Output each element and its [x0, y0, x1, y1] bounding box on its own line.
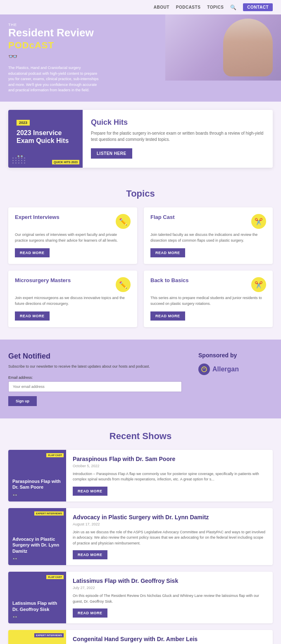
- show-title: Advocacy in Plastic Surgery with Dr. Lyn…: [73, 514, 267, 520]
- recent-shows-title: Recent Shows: [8, 431, 273, 442]
- nav-podcasts[interactable]: PODCASTS: [176, 5, 201, 10]
- nav-contact[interactable]: CONTACT: [243, 3, 273, 11]
- svg-point-0: [202, 367, 207, 372]
- sponsored-title: Sponsored by: [198, 352, 273, 359]
- topic-card-desc: Our original series of interviews with e…: [15, 232, 131, 243]
- show-thumbnail: EXPERT INTERVIEWS Advocacy in Plastic Su…: [8, 508, 66, 566]
- quick-hits-title: 2023 Inservice Exam Quick Hits: [17, 129, 74, 145]
- show-glasses-icon: 👓: [12, 556, 62, 561]
- show-item: FLAP CAST Paraspinous Flap with Dr. Sam …: [8, 450, 273, 501]
- navigation: ABOUT PODCASTS TOPICS 🔍 CONTACT: [0, 0, 281, 14]
- show-thumb-title: Advocacy in Plastic Surgery with Dr. Lyn…: [12, 536, 62, 554]
- get-notified-title: Get Notified: [8, 352, 182, 361]
- read-more-button-3[interactable]: READ MORE: [150, 311, 185, 321]
- topics-grid: Expert Interviews ✏️ Our original series…: [8, 207, 273, 327]
- nav-about[interactable]: ABOUT: [154, 5, 169, 10]
- show-date: October 5, 2022: [73, 464, 267, 468]
- quick-hits-left: 2023 2023 Inservice Exam Quick Hits 👓 QU…: [8, 110, 83, 168]
- email-input[interactable]: [8, 381, 182, 392]
- hero-section: THE Resident Review PODcAST 👓 The Plasti…: [0, 14, 281, 102]
- topic-card-title: Back to Basics: [150, 277, 189, 283]
- read-more-button-1[interactable]: READ MORE: [150, 248, 185, 257]
- sponsored-by-section: Sponsored by Allergan: [198, 352, 273, 406]
- listen-here-button[interactable]: LISTEN HERE: [91, 148, 132, 159]
- show-desc: Introduction – Paraspinous Flap A flap w…: [73, 471, 267, 482]
- email-label: Email address:: [8, 375, 182, 380]
- show-date: August 17, 2022: [73, 522, 267, 526]
- allergan-logo: Allergan: [198, 364, 273, 375]
- quick-hits-desc: Prepare for the plastic surgery in-servi…: [91, 130, 264, 143]
- show-glasses-icon: 👓: [12, 615, 62, 619]
- show-item: EXPERT INTERVIEWS Advocacy in Plastic Su…: [8, 508, 273, 566]
- quick-hits-right: Quick Hits Prepare for the plastic surge…: [83, 110, 273, 168]
- show-title: Congenital Hand Surgery with Dr. Amber L…: [73, 636, 267, 642]
- topic-card-header: Microsurgery Masters ✏️: [15, 277, 131, 292]
- allergan-text: Allergan: [212, 366, 239, 373]
- show-glasses-icon: 👓: [12, 493, 62, 497]
- show-read-more-button[interactable]: READ MORE: [73, 487, 107, 496]
- show-date: July 27, 2022: [73, 586, 267, 590]
- show-thumb-bg: FLAP CAST Latissimus Flap with Dr. Geoff…: [8, 572, 66, 623]
- show-desc: On this episode of The Resident Review D…: [73, 593, 267, 604]
- topic-card-desc: This series aims to prepare medical stud…: [150, 295, 266, 307]
- show-content: Latissimus Flap with Dr. Geoffroy Sisk J…: [71, 572, 273, 623]
- show-thumb-bg: EXPERT INTERVIEWS Congenital Hand Surger…: [8, 630, 66, 644]
- topic-card-title: Microsurgery Masters: [15, 277, 71, 283]
- quick-hits-right-title: Quick Hits: [91, 118, 264, 127]
- show-title: Paraspinous Flap with Dr. Sam Poore: [73, 456, 267, 462]
- topic-icon: ✏️: [116, 277, 131, 292]
- show-title: Latissimus Flap with Dr. Geoffroy Sisk: [73, 577, 267, 584]
- get-notified-section: Get Notified Subscribe to our newsletter…: [0, 340, 281, 418]
- topic-card-1: Flap Cast ✂️ Join talented faculty as we…: [144, 207, 273, 264]
- topic-card-0: Expert Interviews ✏️ Our original series…: [8, 207, 137, 264]
- topics-title: Topics: [8, 188, 273, 199]
- show-thumbnail: FLAP CAST Latissimus Flap with Dr. Geoff…: [8, 572, 66, 623]
- show-read-more-button[interactable]: READ MORE: [73, 608, 107, 618]
- show-thumb-bg: EXPERT INTERVIEWS Advocacy in Plastic Su…: [8, 508, 66, 566]
- get-notified-desc: Subscribe to our newsletter to receive t…: [8, 364, 182, 370]
- nav-topics[interactable]: TOPICS: [207, 5, 224, 10]
- topic-card-header: Back to Basics ✂️: [150, 277, 266, 292]
- show-thumb-badge: FLAP CAST: [46, 453, 64, 457]
- topic-icon: ✏️: [116, 214, 131, 229]
- topic-card-header: Flap Cast ✂️: [150, 214, 266, 229]
- allergan-icon: [198, 364, 210, 375]
- read-more-button-0[interactable]: READ MORE: [15, 248, 50, 257]
- show-item: FLAP CAST Latissimus Flap with Dr. Geoff…: [8, 572, 273, 623]
- topic-card-header: Expert Interviews ✏️: [15, 214, 131, 229]
- topic-icon: ✂️: [251, 214, 266, 229]
- topic-card-desc: Join talented faculty as we discuss the …: [150, 232, 266, 243]
- quick-hits-badge: QUICK HITS 2023: [52, 160, 79, 164]
- shows-list: FLAP CAST Paraspinous Flap with Dr. Sam …: [8, 450, 273, 644]
- hero-description: The Plastics, Hand and Craniofacial surg…: [8, 65, 99, 93]
- topic-icon: ✂️: [251, 277, 266, 292]
- show-thumbnail: EXPERT INTERVIEWS Congenital Hand Surger…: [8, 630, 66, 644]
- topics-section: Topics Expert Interviews ✏️ Our original…: [0, 176, 281, 340]
- show-item: EXPERT INTERVIEWS Congenital Hand Surger…: [8, 630, 273, 644]
- topic-card-2: Microsurgery Masters ✏️ Join expert micr…: [8, 271, 137, 327]
- show-content: Advocacy in Plastic Surgery with Dr. Lyn…: [71, 508, 273, 566]
- show-thumb-badge: EXPERT INTERVIEWS: [34, 633, 64, 637]
- hero-glasses-icon: 👓: [8, 52, 273, 61]
- get-notified-left: Get Notified Subscribe to our newsletter…: [8, 352, 182, 406]
- show-thumb-badge: FLAP CAST: [46, 575, 64, 579]
- show-thumb-bg: FLAP CAST Paraspinous Flap with Dr. Sam …: [8, 450, 66, 501]
- show-content: Congenital Hand Surgery with Dr. Amber L…: [71, 630, 273, 644]
- show-content: Paraspinous Flap with Dr. Sam Poore Octo…: [71, 450, 273, 501]
- topic-card-title: Expert Interviews: [15, 214, 60, 220]
- hero-title: Resident Review PODcAST: [8, 27, 273, 50]
- quick-hits-year: 2023: [17, 120, 30, 126]
- topic-card-desc: Join expert microsurgeons as we discuss …: [15, 295, 131, 307]
- show-thumb-title: Paraspinous Flap with Dr. Sam Poore: [12, 478, 62, 490]
- show-read-more-button[interactable]: READ MORE: [73, 550, 107, 559]
- recent-shows-section: Recent Shows FLAP CAST Paraspinous Flap …: [0, 418, 281, 644]
- quick-hits-section: 2023 2023 Inservice Exam Quick Hits 👓 QU…: [8, 110, 273, 168]
- show-thumbnail: FLAP CAST Paraspinous Flap with Dr. Sam …: [8, 450, 66, 501]
- topic-card-3: Back to Basics ✂️ This series aims to pr…: [144, 271, 273, 327]
- show-thumb-title: Latissimus Flap with Dr. Geoffroy Sisk: [12, 600, 62, 612]
- show-thumb-badge: EXPERT INTERVIEWS: [34, 511, 64, 516]
- read-more-button-2[interactable]: READ MORE: [15, 311, 50, 321]
- topic-card-title: Flap Cast: [150, 214, 175, 220]
- search-icon[interactable]: 🔍: [230, 5, 236, 10]
- signup-button[interactable]: Sign up: [8, 396, 37, 406]
